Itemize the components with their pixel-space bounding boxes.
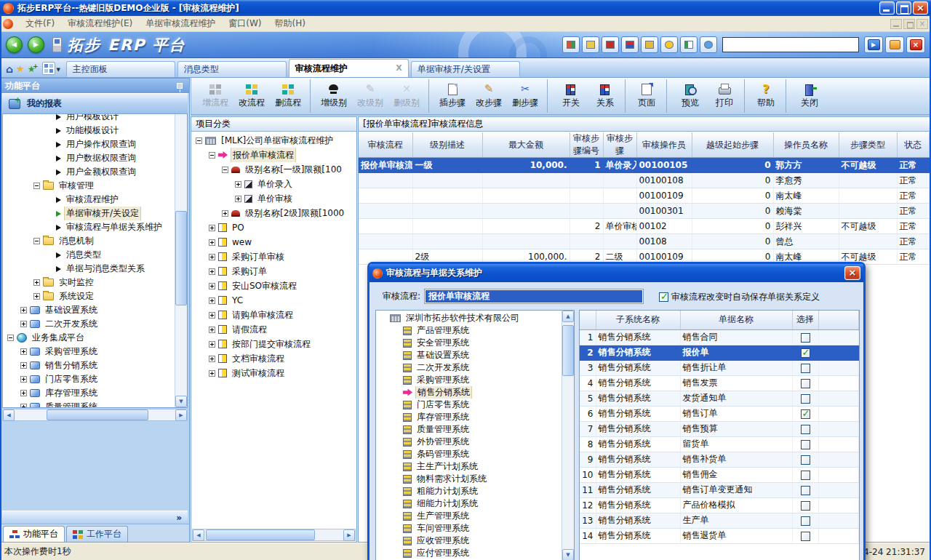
select-checkbox[interactable] [801, 409, 810, 419]
toolbar-button[interactable]: 预览 [672, 79, 708, 113]
flow-table-header-cell[interactable]: 审核操作员 [636, 132, 692, 158]
star-rank-icon[interactable] [660, 36, 678, 53]
toolbar-button[interactable]: 关系 [589, 79, 626, 113]
tree-expander-icon[interactable] [209, 225, 215, 231]
sidebar-horizontal-scrollbar[interactable]: ◀ ▶ [2, 409, 188, 421]
toolbar-button[interactable]: ? 帮助 [750, 79, 786, 113]
menu-item[interactable]: 窗口(W) [222, 16, 268, 31]
tree-item[interactable]: [MLK]公司单据审核流程维护 [191, 133, 356, 148]
tree-item[interactable]: 单据与消息类型关系 [3, 262, 175, 276]
home-folder-button[interactable] [885, 36, 904, 53]
tree-expander-icon[interactable] [47, 210, 53, 217]
select-checkbox[interactable] [801, 471, 810, 480]
select-checkbox[interactable] [801, 348, 810, 358]
toolbar-button[interactable]: 关闭 [791, 79, 828, 113]
tree-item[interactable]: 实时监控 [3, 276, 175, 289]
tree-expander-icon[interactable] [47, 155, 53, 161]
scroll-right-icon[interactable]: ▶ [343, 529, 355, 541]
table-row[interactable]: 10 销售分销系统 销售佣金 [580, 467, 859, 482]
menu-item[interactable]: 帮助(H) [268, 16, 311, 31]
toolbar-button[interactable]: 插步骤 [434, 79, 471, 113]
flow-table-header-cell[interactable]: 步骤类型 [839, 132, 897, 158]
tree-item[interactable]: 粗能力计划系统 [376, 485, 562, 497]
tree-expander-icon[interactable] [235, 196, 241, 202]
tree-expander-icon[interactable] [47, 141, 53, 148]
sidebar-tab[interactable]: 工作平台 [66, 526, 128, 542]
table-row[interactable]: 13 销售分销系统 生产单 [580, 513, 859, 528]
address-book-icon[interactable] [602, 36, 619, 53]
document-tab[interactable]: 消息类型 [177, 61, 287, 77]
scrollbar-thumb[interactable] [562, 325, 574, 376]
tree-expander-icon[interactable] [209, 152, 215, 159]
tree-item[interactable]: 报价单审核流程 [191, 148, 356, 162]
table-row[interactable]: 6 销售分销系统 销售订单 [580, 406, 859, 421]
tree-item[interactable]: 产品管理系统 [376, 324, 562, 337]
scroll-up-icon[interactable]: ▲ [562, 311, 574, 322]
toolbar-button[interactable]: 删流程 [270, 79, 311, 113]
tree-item[interactable]: 质量管理系统 [3, 400, 175, 407]
tree-expander-icon[interactable] [222, 210, 228, 217]
scroll-right-icon[interactable]: ▶ [175, 409, 187, 421]
scroll-left-icon[interactable]: ◀ [3, 409, 15, 421]
scrollbar-thumb[interactable] [175, 211, 187, 305]
tree-item[interactable]: 安山SO审核流程 [191, 279, 356, 293]
tree-item[interactable]: 门店零售系统 [376, 399, 562, 411]
flow-table-header-cell[interactable]: 级别描述 [412, 132, 482, 158]
tree-item[interactable]: 应付管理系统 [376, 547, 562, 559]
select-checkbox[interactable] [801, 455, 810, 465]
tree-item[interactable]: 用户操作权限查询 [3, 137, 175, 151]
chevron-down-icon[interactable]: ▼ [56, 67, 60, 73]
tree-expander-icon[interactable] [209, 297, 215, 304]
favorites-icon[interactable]: ★ [16, 64, 25, 74]
flow-table-header-cell[interactable]: 越级起始步骤 [692, 132, 773, 158]
table-row[interactable]: 2 销售分销系统 报价单 [580, 345, 859, 360]
tree-item[interactable]: 请购单审核流程 [191, 308, 356, 322]
tree-expander-icon[interactable] [209, 312, 215, 319]
toolbar-button[interactable]: ✕ 删级别 [388, 79, 429, 113]
tree-item[interactable]: 基础设置系统 [376, 349, 562, 361]
tree-expander-icon[interactable] [235, 181, 241, 188]
folder-home-icon[interactable] [582, 36, 599, 53]
tree-item[interactable]: 二次开发系统 [3, 317, 175, 331]
flow-table-header-cell[interactable]: 审核流程 [359, 132, 412, 158]
tree-expander-icon[interactable] [209, 239, 215, 246]
tree-item[interactable]: 级别名称[一级]限额[100 [191, 162, 356, 177]
select-checkbox[interactable] [801, 394, 810, 404]
tree-expander-icon[interactable] [20, 390, 27, 396]
tree-item[interactable]: 深圳市拓步软件技术有限公司 [376, 312, 562, 324]
flow-table-row[interactable]: 00100108 0 李愈秀 正常 [359, 173, 929, 188]
tree-item[interactable]: 细能力计划系统 [376, 497, 562, 510]
table-row[interactable]: 5 销售分销系统 发货通知单 [580, 391, 859, 406]
tree-item[interactable]: 条码管理系统 [376, 448, 562, 460]
flow-table-row[interactable]: 2 单价审核 00102 0 彭祥兴 不可越级 正常 [359, 219, 929, 234]
project-horizontal-scrollbar[interactable]: ◀ ▶ [192, 529, 356, 541]
table-row[interactable]: 1 销售分销系统 销售合同 [580, 329, 859, 345]
tree-item[interactable]: 生产管理系统 [376, 510, 562, 522]
dialog-table-header-cell[interactable] [580, 311, 596, 329]
tree-expander-icon[interactable] [222, 167, 228, 173]
table-row[interactable]: 9 销售分销系统 销售补货单 [580, 452, 859, 467]
tree-expander-icon[interactable] [20, 307, 27, 313]
select-checkbox[interactable] [801, 425, 810, 434]
flow-table-row[interactable]: 00100109 0 南太峰 正常 [359, 188, 929, 204]
document-tab[interactable]: 单据审核开/关设置 [411, 61, 520, 77]
tree-expander-icon[interactable] [47, 127, 53, 134]
search-input[interactable] [722, 37, 859, 52]
menu-item[interactable]: 审核流程维护(E) [61, 16, 139, 31]
select-checkbox[interactable] [801, 532, 810, 541]
menu-item[interactable]: 单据审核流程维护 [139, 16, 222, 31]
tree-item[interactable]: 车间管理系统 [376, 522, 562, 535]
sidebar-vertical-scrollbar[interactable]: ▲ ▼ [175, 95, 187, 407]
select-checkbox[interactable] [801, 516, 810, 526]
toolbar-button[interactable]: ✎ 改级别 [352, 79, 388, 113]
scrollbar-thumb[interactable] [206, 529, 315, 540]
layout-panels-icon[interactable] [562, 36, 580, 53]
pin-icon[interactable] [177, 83, 183, 89]
flow-table-header-cell[interactable]: 审核步骤编号 [570, 132, 603, 158]
tree-expander-icon[interactable] [209, 254, 215, 260]
tree-item[interactable]: 主生产计划系统 [376, 460, 562, 473]
clear-button[interactable]: × [906, 36, 925, 53]
toolbar-button[interactable]: ✎ 改步骤 [471, 79, 507, 113]
toolbar-button[interactable]: 增流程 [197, 79, 233, 113]
tree-item[interactable]: 应收管理系统 [376, 535, 562, 547]
